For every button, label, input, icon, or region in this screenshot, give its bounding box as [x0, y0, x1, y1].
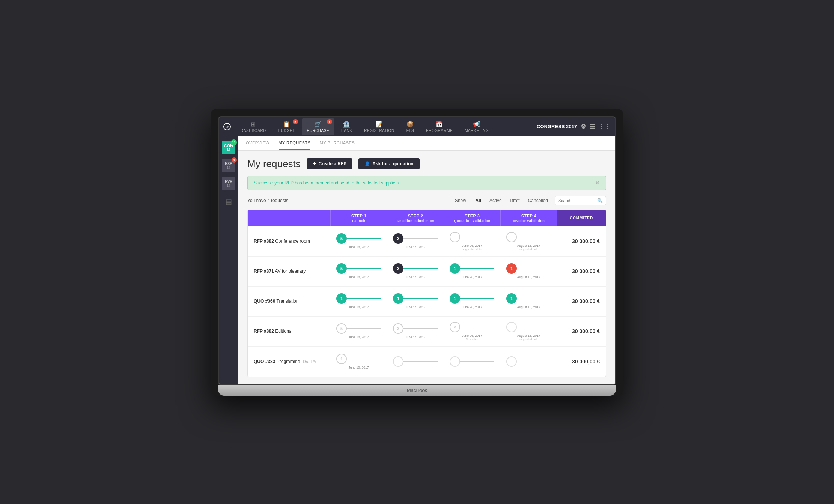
row-step1-quo360: 1 June 10, 2017	[330, 290, 387, 313]
pipe-line-active	[460, 298, 494, 299]
sub-nav: OVERVIEW MY REQUESTS MY PURCHASES	[238, 136, 615, 151]
macbook-bottom: MacBook	[218, 385, 616, 396]
step-circle-teal: 1	[393, 293, 403, 304]
subnav-my-requests[interactable]: MY REQUESTS	[279, 137, 310, 150]
show-label: Show :	[455, 198, 469, 203]
sidebar-item-con17[interactable]: CON 17 11	[220, 140, 237, 156]
table-row[interactable]: RFP #371 AV for pleanary 5	[248, 256, 606, 286]
row-amount-quo360: 30 000,00 €	[557, 294, 606, 309]
step-circle-red: 1	[506, 263, 517, 274]
list-icon[interactable]: ☰	[590, 123, 595, 130]
eve-abbr: EVE	[225, 180, 232, 184]
nav-programme[interactable]: 📅 PROGRAMME	[421, 118, 458, 135]
nav-els[interactable]: 📦 ELS	[401, 118, 420, 135]
pipeline: 1	[390, 293, 441, 304]
step-circle-empty	[506, 232, 517, 242]
pipe-line-gray	[460, 327, 494, 327]
search-box: 🔍	[555, 196, 606, 205]
th-step1: STEP 1 Launch	[330, 210, 387, 226]
pipe-line-active	[403, 298, 438, 299]
nav-purchase[interactable]: 8 🛒 PURCHASE	[302, 118, 335, 135]
success-close-button[interactable]: ✕	[595, 180, 600, 186]
pipe-node: 1	[450, 293, 460, 304]
pipeline	[447, 232, 497, 242]
row-title-rfp382edit: RFP #382 Editions	[248, 324, 330, 338]
row-title-rfp371: RFP #371 AV for pleanary	[248, 264, 330, 278]
pipe-line-gray	[347, 358, 381, 359]
row-title-quo360: QUO #360 Translation	[248, 294, 330, 308]
table-row[interactable]: QUO #383 Programme Draft ✎ 1	[248, 346, 606, 376]
filter-draft[interactable]: Draft	[508, 197, 522, 204]
nav-budget[interactable]: 5 📋 BUDGET	[273, 118, 300, 135]
subnav-overview[interactable]: OVERVIEW	[246, 137, 269, 150]
th-empty	[248, 210, 330, 226]
create-rfp-label: Create a RFP	[319, 161, 347, 166]
settings-icon[interactable]: ⚙	[581, 123, 586, 130]
create-rfp-icon: ✚	[313, 161, 316, 166]
pipe-node	[450, 356, 460, 367]
nav-programme-label: PROGRAMME	[426, 129, 453, 133]
search-input[interactable]	[558, 198, 596, 203]
nav-bank[interactable]: 🏦 BANK	[336, 118, 357, 135]
sidebar-item-eve17[interactable]: EVE 17	[220, 176, 237, 192]
row-step4-rfp382edit: August 15, 2017 suggested date	[500, 318, 557, 345]
nav-marketing[interactable]: 📢 MARKETING	[459, 118, 494, 135]
row-step4-quo383	[500, 352, 557, 370]
filter-all[interactable]: All	[473, 197, 483, 204]
table-row[interactable]: RFP #382 Editions 5	[248, 316, 606, 346]
pipeline: 1	[447, 293, 497, 304]
sidebar: CON 17 11 EXP 17 6	[219, 136, 238, 384]
pipe-line-gray	[403, 361, 438, 362]
nav-registration[interactable]: 📝 REGISTRATION	[359, 118, 399, 135]
filter-active[interactable]: Active	[487, 197, 504, 204]
pipe-line-gray	[403, 238, 438, 239]
row-step3-quo360: 1 June 26, 2017	[444, 290, 500, 313]
purchase-icon: 🛒	[314, 121, 322, 128]
ask-quotation-button[interactable]: 👤 Ask for a quotation	[358, 158, 419, 170]
step1-label: STEP 1	[335, 214, 382, 218]
menu-icon[interactable]: ⋮⋮	[599, 123, 611, 130]
success-message: Success : your RFP has been created and …	[254, 180, 399, 186]
th-step2: STEP 2 Deadline submission	[387, 210, 444, 226]
step3-desc: Quotation validation	[449, 219, 496, 223]
row-amount-rfp382edit: 30 000,00 €	[557, 324, 606, 339]
dashboard-icon: ⊞	[251, 121, 256, 128]
pipe-line-active	[403, 268, 438, 269]
row-step4-rfp382conf: August 15, 2017 suggested date	[500, 228, 557, 255]
pipeline: ✕	[447, 322, 497, 332]
requests-table: STEP 1 Launch STEP 2 Deadline submission…	[247, 210, 606, 377]
filter-cancelled[interactable]: Cancelled	[526, 197, 550, 204]
step-circle-x: ✕	[450, 322, 460, 332]
pipe-node	[506, 232, 517, 242]
create-rfp-button[interactable]: ✚ Create a RFP	[307, 158, 353, 170]
pipeline: 5	[333, 323, 384, 334]
subnav-my-purchases[interactable]: MY PURCHASES	[319, 137, 355, 150]
pipeline	[503, 232, 554, 242]
programme-icon: 📅	[435, 121, 443, 128]
more-icon: ▤	[226, 198, 232, 206]
pipe-node	[506, 322, 517, 332]
row-step1-rfp382conf: 5 June 10, 2017	[330, 230, 387, 253]
purchase-badge: 8	[327, 119, 332, 124]
budget-badge: 5	[293, 119, 298, 124]
macbook-frame: ◎ ⊞ DASHBOARD 5 📋 BUDGET	[211, 109, 623, 396]
row-title-rfp382conf: RFP #382 Conference room	[248, 234, 330, 248]
th-step3: STEP 3 Quotation validation	[444, 210, 500, 226]
top-nav: ◎ ⊞ DASHBOARD 5 📋 BUDGET	[219, 117, 615, 136]
table-row[interactable]: RFP #382 Conference room 5	[248, 226, 606, 256]
pipe-node	[506, 356, 517, 367]
table-row[interactable]: QUO #360 Translation 1	[248, 286, 606, 316]
pipeline: 3	[390, 263, 441, 274]
pipe-line-gray	[403, 328, 438, 329]
step-circle-gray: 1	[336, 354, 347, 364]
step-circle-empty	[506, 356, 517, 367]
pipe-node	[393, 356, 403, 367]
row-step2-rfp371: 3 June 14, 2017	[387, 260, 444, 283]
search-icon[interactable]: 🔍	[597, 198, 603, 203]
row-step2-rfp382edit: 3 June 14, 2017	[387, 320, 444, 343]
sidebar-item-exp17[interactable]: EXP 17 6	[220, 158, 237, 174]
sidebar-item-more[interactable]: ▤	[220, 194, 237, 210]
step-circle-teal: 1	[450, 293, 460, 304]
pipeline: 1	[503, 293, 554, 304]
nav-dashboard[interactable]: ⊞ DASHBOARD	[235, 118, 271, 135]
